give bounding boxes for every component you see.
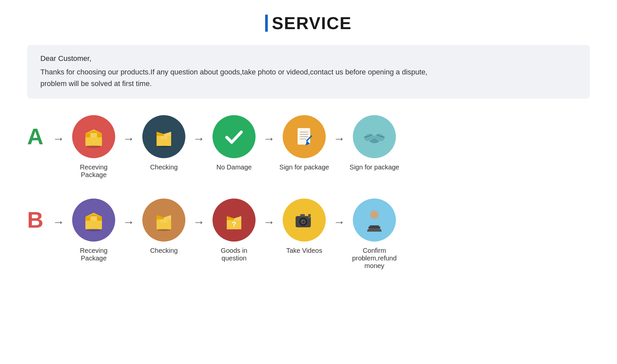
- step-label-video: Take Videos: [286, 247, 322, 254]
- arrow-a-3: →: [261, 115, 278, 146]
- svg-rect-29: [161, 219, 167, 223]
- svg-marker-32: [227, 216, 234, 220]
- svg-marker-26: [157, 215, 164, 219]
- step-recv-a: Receving Package: [67, 115, 120, 179]
- step-icon-recv-b: [72, 199, 115, 242]
- arrow-icon: →: [333, 215, 345, 229]
- svg-rect-42: [308, 214, 311, 216]
- arrow-b-start: →: [50, 199, 67, 229]
- svg-marker-8: [164, 132, 171, 136]
- svg-rect-41: [300, 214, 305, 217]
- notice-box: Dear Customer, Thanks for choosing our p…: [27, 45, 590, 99]
- arrow-icon: →: [53, 132, 65, 146]
- arrow-b-4: →: [331, 199, 348, 229]
- arrow-a-start: →: [50, 115, 67, 146]
- step-nodamage: No Damage: [208, 115, 261, 171]
- arrow-b-2: →: [190, 199, 208, 229]
- arrow-icon: →: [123, 132, 135, 146]
- svg-rect-21: [90, 217, 97, 221]
- svg-marker-7: [157, 132, 164, 136]
- step-icon-question: ?: [213, 199, 256, 242]
- row-label-a: A: [27, 125, 43, 148]
- title-accent-bar: [265, 15, 268, 32]
- svg-rect-10: [161, 136, 167, 139]
- step-label-check-a: Checking: [150, 163, 177, 171]
- step-check-a: Checking: [137, 115, 190, 171]
- row-label-b: B: [27, 208, 43, 231]
- svg-marker-33: [234, 216, 241, 220]
- notice-line2: Thanks for choosing our products.If any …: [40, 66, 577, 78]
- svg-point-40: [302, 221, 303, 222]
- step-check-b: Checking: [137, 199, 190, 254]
- step-icon-video: [283, 199, 326, 242]
- svg-rect-46: [370, 225, 379, 227]
- step-label-confirm: Confirm problem,refund money: [348, 247, 401, 270]
- svg-rect-2: [90, 133, 97, 137]
- svg-point-5: [86, 145, 101, 148]
- step-label-sign1: Sign for package: [279, 163, 329, 171]
- arrow-icon: →: [333, 132, 345, 146]
- svg-point-44: [370, 210, 379, 219]
- step-label-check-b: Checking: [150, 247, 177, 254]
- arrow-icon: →: [263, 215, 275, 229]
- step-sign1: Sign for package: [278, 115, 331, 171]
- step-label-nodamage: No Damage: [216, 163, 252, 171]
- page-header: SERVICE: [265, 13, 352, 33]
- step-video: Take Videos: [278, 199, 331, 254]
- svg-rect-43: [308, 217, 310, 218]
- step-label-question: Goods in question: [208, 247, 261, 262]
- arrow-icon: →: [123, 215, 135, 229]
- step-icon-sign2: [353, 115, 396, 158]
- flow-row-a: A → Receving Package →: [27, 115, 590, 179]
- step-icon-confirm: [353, 199, 396, 242]
- arrow-icon: →: [53, 215, 65, 229]
- arrow-b-3: →: [261, 199, 278, 229]
- notice-line3: problem will be solved at first time.: [40, 78, 577, 89]
- flow-row-b: B → Receving Package →: [27, 199, 590, 270]
- step-icon-check-a: [142, 115, 185, 158]
- arrow-a-4: →: [331, 115, 348, 146]
- step-label-recv-a: Receving Package: [67, 163, 120, 179]
- step-icon-nodamage: [213, 115, 256, 158]
- svg-marker-27: [164, 215, 171, 219]
- arrow-a-2: →: [190, 115, 208, 146]
- arrow-icon: →: [263, 132, 275, 146]
- step-icon-recv-a: [72, 115, 115, 158]
- step-recv-b: Receving Package: [67, 199, 120, 262]
- arrow-b-1: →: [120, 199, 137, 229]
- step-icon-sign1: [283, 115, 326, 158]
- notice-line1: Dear Customer,: [40, 54, 577, 63]
- step-question: ? Goods in question: [208, 199, 261, 262]
- step-label-recv-b: Receving Package: [67, 247, 120, 262]
- arrow-icon: →: [193, 215, 205, 229]
- step-sign2: Sign for package: [348, 115, 401, 171]
- arrow-icon: →: [193, 132, 205, 146]
- step-label-sign2: Sign for package: [350, 163, 399, 171]
- step-confirm: Confirm problem,refund money: [348, 199, 401, 270]
- svg-text:?: ?: [232, 220, 236, 228]
- page-title: SERVICE: [272, 13, 352, 33]
- step-icon-check-b: [142, 199, 185, 242]
- svg-point-24: [86, 229, 101, 231]
- svg-point-30: [157, 229, 170, 231]
- arrow-a-1: →: [120, 115, 137, 146]
- svg-point-11: [157, 146, 170, 148]
